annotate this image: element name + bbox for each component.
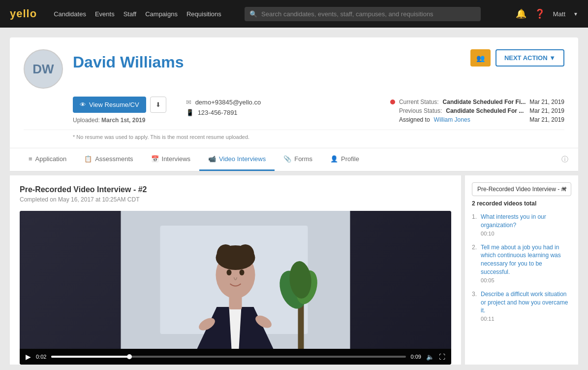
interviews-tab-icon: 📅 xyxy=(151,155,159,163)
application-tab-label: Application xyxy=(35,155,67,163)
video-player: ▶ 0:02 0:09 🔈 ⛶ xyxy=(20,211,451,365)
previous-status-label: Previous Status: xyxy=(399,107,442,114)
svg-point-15 xyxy=(227,269,232,275)
video-selector[interactable]: Pre-Recorded Video Interview - #2 xyxy=(472,182,571,196)
email-icon: ✉ xyxy=(186,99,191,106)
next-action-button[interactable]: NEXT ACTION ▼ xyxy=(495,49,564,67)
nav-requisitions[interactable]: Requisitions xyxy=(186,10,221,18)
total-time: 0:09 xyxy=(411,354,421,360)
current-time: 0:02 xyxy=(36,354,46,360)
notification-icon[interactable]: 🔔 xyxy=(516,8,526,19)
search-input[interactable] xyxy=(245,7,481,21)
application-tab-icon: ≡ xyxy=(29,155,32,163)
user-menu[interactable]: Matt xyxy=(553,10,565,18)
group-icon-button[interactable]: 👥 xyxy=(470,49,491,67)
profile-tab-label: Profile xyxy=(341,155,359,163)
question-content-2: Tell me about a job you had in which con… xyxy=(481,243,571,283)
search-bar: 🔍 xyxy=(245,7,481,21)
nav-events[interactable]: Events xyxy=(95,10,115,18)
nav-candidates[interactable]: Candidates xyxy=(54,10,86,18)
question-content-3: Describe a difficult work situation or p… xyxy=(481,290,571,322)
progress-thumb xyxy=(127,354,132,359)
tab-assessments[interactable]: 📋 Assessments xyxy=(75,148,142,171)
view-resume-button[interactable]: 👁 View Resume/CV xyxy=(73,97,146,113)
status-section: Current Status: Candidate Scheduled For … xyxy=(390,99,564,123)
tab-forms[interactable]: 📎 Forms xyxy=(275,148,321,171)
uploaded-date: March 1st, 2019 xyxy=(101,117,145,124)
video-controls: ▶ 0:02 0:09 🔈 ⛶ xyxy=(20,349,451,365)
app-logo: yello xyxy=(10,7,37,20)
volume-icon[interactable]: 🔈 xyxy=(426,353,434,361)
nav-menu: Candidates Events Staff Campaigns Requis… xyxy=(54,10,221,18)
current-status-value: Candidate Scheduled For Fi... xyxy=(443,99,526,105)
fullscreen-icon[interactable]: ⛶ xyxy=(439,353,445,361)
download-resume-button[interactable]: ⬇ xyxy=(150,97,166,113)
tabs-bar: ≡ Application 📋 Assessments 📅 Interviews… xyxy=(10,148,578,171)
question-link-1[interactable]: What interests you in our organization? xyxy=(481,213,571,230)
user-chevron-icon[interactable]: ▼ xyxy=(573,11,578,17)
tabs-help-icon[interactable]: ⓘ xyxy=(561,155,568,164)
recorded-count: 2 recorded videos total xyxy=(472,200,571,207)
current-status-row: Current Status: Candidate Scheduled For … xyxy=(390,99,564,105)
video-panel: Pre-Recorded Video Interview - #2 Comple… xyxy=(10,175,461,365)
forms-tab-label: Forms xyxy=(294,155,312,163)
email-item: ✉ demo+93845@yello.co xyxy=(186,99,261,106)
status-dot xyxy=(390,100,395,104)
question-item-1: 1. What interests you in our organizatio… xyxy=(472,213,571,236)
question-number-1: 1. xyxy=(472,213,477,236)
svg-point-13 xyxy=(217,244,235,264)
video-completed-text: Completed on May 16, 2017 at 10:25AM CDT xyxy=(20,196,451,203)
question-link-3[interactable]: Describe a difficult work situation or p… xyxy=(481,290,571,315)
candidate-name: David Williams xyxy=(73,53,184,71)
previous-status-date: Mar 21, 2019 xyxy=(529,107,564,114)
phone-item: 📱 123-456-7891 xyxy=(186,109,261,116)
video-content-area: Pre-Recorded Video Interview - #2 Comple… xyxy=(10,175,578,365)
forms-tab-icon: 📎 xyxy=(283,155,291,163)
tab-profile[interactable]: 👤 Profile xyxy=(321,148,368,171)
tab-application[interactable]: ≡ Application xyxy=(20,148,75,171)
question-item-3: 3. Describe a difficult work situation o… xyxy=(472,290,571,322)
uploaded-text: Uploaded: March 1st, 2019 xyxy=(73,117,166,124)
top-navigation: yello Candidates Events Staff Campaigns … xyxy=(0,0,588,28)
assessments-tab-icon: 📋 xyxy=(84,155,92,163)
phone-value: 123-456-7891 xyxy=(198,109,238,116)
question-link-2[interactable]: Tell me about a job you had in which con… xyxy=(481,243,571,276)
uploaded-label: Uploaded: xyxy=(73,117,100,124)
svg-point-14 xyxy=(237,244,254,264)
eye-icon: 👁 xyxy=(80,101,86,108)
question-item-2: 2. Tell me about a job you had in which … xyxy=(472,243,571,283)
nav-campaigns[interactable]: Campaigns xyxy=(145,10,178,18)
nav-staff[interactable]: Staff xyxy=(124,10,137,18)
video-title: Pre-Recorded Video Interview - #2 xyxy=(20,185,451,194)
question-time-2: 00:05 xyxy=(481,277,571,283)
progress-fill xyxy=(51,356,129,358)
questions-sidebar: Pre-Recorded Video Interview - #2 2 reco… xyxy=(465,175,578,365)
video-tab-label: Video Interviews xyxy=(219,155,266,163)
current-status-label: Current Status: xyxy=(399,99,439,105)
resume-section: 👁 View Resume/CV ⬇ Uploaded: March 1st, … xyxy=(73,97,166,124)
action-buttons: 👥 NEXT ACTION ▼ xyxy=(470,49,564,67)
svg-point-16 xyxy=(240,269,245,275)
avatar: DW xyxy=(24,49,63,89)
profile-card: DW David Williams 👥 NEXT ACTION ▼ 👁 View… xyxy=(10,37,578,171)
previous-status-value: Candidate Scheduled For ... xyxy=(446,107,524,114)
help-icon[interactable]: ❓ xyxy=(534,8,545,19)
profile-header: DW David Williams 👥 NEXT ACTION ▼ 👁 View… xyxy=(10,37,578,148)
assessments-tab-label: Assessments xyxy=(95,155,133,163)
question-time-1: 00:10 xyxy=(481,231,571,236)
assigned-label: Assigned to xyxy=(399,116,430,123)
assigned-row: Assigned to William Jones Mar 21, 2019 xyxy=(399,116,564,123)
current-status-date: Mar 21, 2019 xyxy=(529,99,564,105)
profile-tab-icon: 👤 xyxy=(330,155,338,163)
tab-interviews[interactable]: 📅 Interviews xyxy=(142,148,200,171)
progress-bar[interactable] xyxy=(51,356,405,358)
resume-buttons: 👁 View Resume/CV ⬇ xyxy=(73,97,166,113)
tab-video-interviews[interactable]: 📹 Video Interviews xyxy=(199,148,275,171)
video-visual xyxy=(20,211,451,349)
play-button[interactable]: ▶ xyxy=(26,353,31,361)
interviews-tab-label: Interviews xyxy=(162,155,191,163)
assigned-person-link[interactable]: William Jones xyxy=(434,116,470,123)
question-content-1: What interests you in our organization? … xyxy=(481,213,571,236)
question-number-3: 3. xyxy=(472,291,477,322)
question-number-2: 2. xyxy=(472,244,477,283)
